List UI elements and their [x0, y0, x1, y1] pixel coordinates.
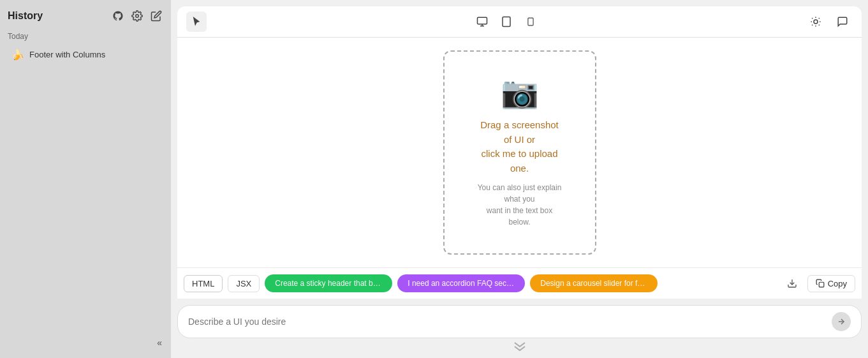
- tab-html[interactable]: HTML: [184, 275, 223, 292]
- svg-point-8: [814, 20, 818, 24]
- sidebar-collapse-btn[interactable]: «: [153, 335, 166, 350]
- tablet-view-btn[interactable]: [496, 11, 517, 32]
- camera-icon: 📷: [501, 77, 539, 108]
- sidebar-header: History: [0, 6, 171, 29]
- input-area: [171, 299, 868, 358]
- toolbar: [177, 6, 862, 38]
- upload-sub-text: You can also just explain what youwant i…: [476, 182, 563, 228]
- sidebar-section-today: Today: [0, 29, 171, 45]
- bottom-bar: HTML JSX Create a sticky header that bec…: [177, 267, 862, 299]
- sidebar-title: History: [8, 10, 43, 22]
- send-btn[interactable]: [832, 312, 851, 331]
- settings-icon[interactable]: [130, 9, 144, 23]
- copy-label: Copy: [828, 279, 847, 288]
- content-area[interactable]: 📷 Drag a screenshot of UI orclick me to …: [177, 38, 862, 267]
- toolbar-right: [805, 11, 853, 32]
- upload-zone[interactable]: 📷 Drag a screenshot of UI orclick me to …: [443, 50, 596, 255]
- chip-accordion-faq[interactable]: I need an accordion FAQ section where...: [397, 274, 525, 292]
- tab-jsx[interactable]: JSX: [228, 275, 260, 292]
- chat-btn[interactable]: [832, 11, 853, 32]
- toolbar-left: [186, 11, 207, 32]
- mobile-view-btn[interactable]: [520, 11, 541, 32]
- svg-line-12: [819, 25, 820, 26]
- sidebar-item-footer[interactable]: 🍌 Footer with Columns: [4, 45, 167, 64]
- chip-sticky-header[interactable]: Create a sticky header that becomes vi..…: [265, 274, 392, 292]
- describe-input[interactable]: [188, 317, 832, 327]
- sun-btn[interactable]: [805, 11, 826, 32]
- bottom-right-actions: Copy: [782, 273, 855, 294]
- upload-main-text: Drag a screenshot of UI orclick me to up…: [476, 118, 563, 175]
- footer-item-icon: 🍌: [11, 48, 24, 61]
- svg-rect-18: [819, 282, 824, 287]
- input-row: [177, 305, 862, 338]
- github-icon[interactable]: [111, 9, 125, 23]
- chip-carousel-slider[interactable]: Design a carousel slider for featured ar…: [530, 274, 658, 292]
- svg-line-16: [819, 18, 820, 19]
- svg-line-11: [812, 18, 813, 19]
- sidebar-item-label: Footer with Columns: [29, 50, 105, 59]
- chevron-down-area: [177, 338, 862, 354]
- edit-icon[interactable]: [149, 9, 163, 23]
- pointer-tool-btn[interactable]: [186, 11, 207, 32]
- desktop-view-btn[interactable]: [472, 11, 492, 32]
- svg-line-15: [812, 25, 813, 26]
- view-mode-btns: [472, 11, 541, 32]
- svg-point-0: [136, 15, 139, 18]
- sidebar: History Today 🍌 Footer: [0, 0, 171, 358]
- svg-rect-1: [477, 17, 487, 24]
- copy-btn[interactable]: Copy: [807, 275, 855, 292]
- sidebar-icon-group: [111, 9, 163, 23]
- download-btn[interactable]: [782, 273, 802, 294]
- main-area: 📷 Drag a screenshot of UI orclick me to …: [171, 0, 868, 358]
